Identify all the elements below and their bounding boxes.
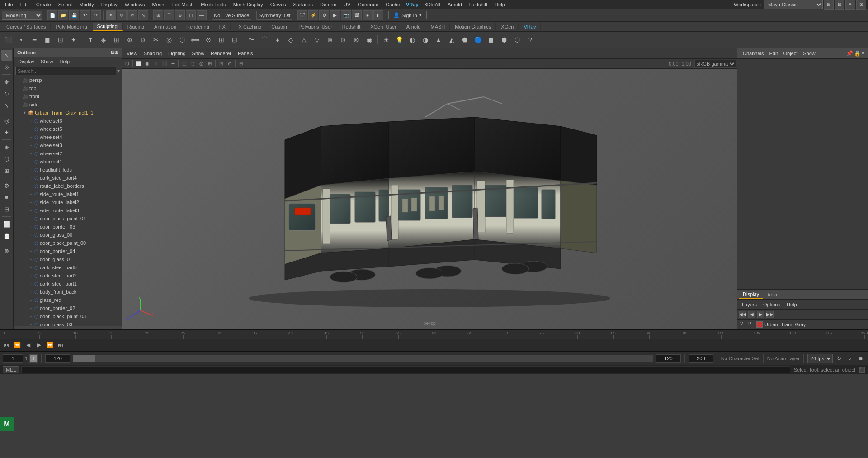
outliner-help-menu[interactable]: Help [57, 58, 73, 65]
light5-btn[interactable]: ▲ [432, 33, 445, 46]
outliner-srl2[interactable]: → ⬡ side_route_label2 [14, 198, 122, 206]
conn-btn[interactable]: ⊟ [1, 204, 12, 215]
range-end-input[interactable] [656, 354, 681, 363]
rp-channels-item[interactable]: Channels [741, 50, 765, 57]
rp-lock-btn[interactable]: 🔒 [854, 50, 861, 57]
mode-select[interactable]: Modeling [2, 11, 42, 20]
tl-step-back-btn[interactable]: ⏪ [13, 341, 22, 349]
deform10-btn[interactable]: ◉ [363, 33, 376, 46]
audio-btn[interactable]: ♪ [845, 354, 854, 363]
tab-curves-surfaces[interactable]: Curves / Surfaces [2, 23, 51, 30]
mel-input[interactable] [21, 366, 790, 373]
rp-help-btn[interactable]: Help [784, 301, 800, 308]
outliner-front[interactable]: 🎥 front [14, 92, 122, 100]
target-weld[interactable]: ◎ [163, 33, 175, 46]
menu-mesh[interactable]: Mesh [149, 1, 167, 8]
boolean-btn[interactable]: ⊘ [202, 33, 215, 46]
menu-uv[interactable]: UV [340, 1, 354, 8]
outliner-wheelset5[interactable]: → ⬡ wheelset5 [14, 125, 122, 133]
vp-ao-btn[interactable]: ◌ [189, 60, 197, 68]
vp-dof-btn[interactable]: ◎ [197, 60, 205, 68]
separate-btn[interactable]: ⊟ [228, 33, 241, 46]
smooth-btn[interactable]: ⬡ [176, 33, 189, 46]
outliner-dbp00[interactable]: → ⬡ door_black_paint_00 [14, 239, 122, 247]
tab-xgen[interactable]: XGen [496, 23, 519, 30]
snap-point[interactable]: ⊕ [175, 10, 185, 20]
tab-redshift[interactable]: Redshift [338, 23, 365, 30]
outliner-dg03[interactable]: → ⬡ door_glass_03 [14, 320, 122, 326]
outliner-persp[interactable]: 🎥 persp [14, 76, 122, 84]
light10-btn[interactable]: ⬢ [498, 33, 510, 46]
light9-btn[interactable]: ◼ [485, 33, 497, 46]
render-region-btn[interactable]: ⬜ [1, 219, 12, 229]
range-start-input[interactable] [45, 354, 70, 363]
workspace-btn1[interactable]: ⊞ [824, 0, 834, 10]
vp-shadow-btn[interactable]: ◫ [180, 60, 188, 68]
outliner-dock-btn[interactable]: ⊟ [111, 50, 114, 55]
rp-layers-btn[interactable]: Layers [739, 301, 760, 308]
menu-create[interactable]: Create [33, 1, 54, 8]
poly-btn[interactable]: ⬡ [1, 153, 12, 164]
connect-btn[interactable]: ⊖ [137, 33, 149, 46]
vp-lighting-menu[interactable]: Lighting [165, 50, 189, 57]
tab-sculpting[interactable]: Sculpting [93, 23, 123, 31]
workspace-select[interactable]: Maya Classic [764, 0, 823, 9]
workspace-btn3[interactable]: ≡ [845, 0, 855, 10]
menu-mesh-display[interactable]: Mesh Display [230, 1, 266, 8]
attr-btn[interactable]: ⚙ [1, 180, 12, 191]
select-tool-btn[interactable]: ↖ [1, 50, 12, 61]
rp-menu-btn[interactable]: ▾ [862, 50, 864, 57]
outliner-float-btn[interactable]: ⊞ [114, 50, 118, 55]
deform2-btn[interactable]: ⌒ [258, 33, 271, 46]
extrude-btn[interactable]: ⬆ [84, 33, 97, 46]
mel-label[interactable]: MEL [3, 366, 19, 373]
outliner-wheelset4[interactable]: → ⬡ wheelset4 [14, 133, 122, 141]
outliner-dsp1[interactable]: → ⬡ dark_steel_part1 [14, 280, 122, 288]
tab-poly-modeling[interactable]: Poly Modeling [51, 23, 92, 30]
signin-button[interactable]: 👤 Sign In ▾ [388, 11, 426, 19]
outliner-wheelset2[interactable]: → ⬡ wheelset2 [14, 149, 122, 157]
outliner-bfb[interactable]: → ⬡ body_front_back [14, 288, 122, 296]
vp-xray-btn[interactable]: ⊙ [226, 60, 234, 68]
light6-btn[interactable]: ◭ [445, 33, 458, 46]
light3-btn[interactable]: ◐ [406, 33, 419, 46]
outliner-list[interactable]: 🎥 persp 🎥 top 🎥 front 🎥 side ▼ 📦 Urban_T… [14, 76, 122, 326]
menu-cache[interactable]: Cache [382, 1, 403, 8]
rp-options-btn[interactable]: Options [760, 301, 783, 308]
snap-edge[interactable]: — [197, 10, 207, 20]
snap-grid[interactable]: ⊞ [153, 10, 163, 20]
cut-btn[interactable]: ✂ [150, 33, 162, 46]
rotate-tool-btn[interactable]: ↻ [1, 88, 12, 99]
layer-prev-btn[interactable]: ◀◀ [739, 311, 746, 318]
vp-grid-btn[interactable]: ⊞ [237, 60, 245, 68]
menu-edit[interactable]: Edit [17, 1, 32, 8]
snap-curve[interactable]: ⌒ [164, 10, 174, 20]
layer-v-btn[interactable]: V [740, 321, 746, 328]
gamma-select[interactable]: sRGB gamma [694, 60, 736, 68]
bevel-btn[interactable]: ◈ [97, 33, 110, 46]
light1-btn[interactable]: ☀ [380, 33, 392, 46]
menu-select[interactable]: Select [55, 1, 75, 8]
vp-shading-menu[interactable]: Shading [141, 50, 165, 57]
outliner-side[interactable]: 🎥 side [14, 100, 122, 109]
menu-windows[interactable]: Windows [122, 1, 148, 8]
layer-p-btn[interactable]: P [748, 321, 755, 328]
multi-btn[interactable]: ✦ [67, 33, 80, 46]
layer-step-prev-btn[interactable]: ◀ [748, 311, 755, 318]
mirror-btn[interactable]: ⟺ [189, 33, 202, 46]
deform7-btn[interactable]: ⊛ [324, 33, 336, 46]
outliner-wheelset3[interactable]: → ⬡ wheelset3 [14, 141, 122, 149]
outliner-show-menu[interactable]: Show [38, 58, 56, 65]
pause-btn[interactable]: ⏸ [373, 10, 383, 20]
render-seq[interactable]: ▶ [330, 10, 340, 20]
tab-rigging[interactable]: Rigging [123, 23, 149, 30]
move-tool-btn[interactable]: ✥ [1, 76, 12, 87]
deform9-btn[interactable]: ⊚ [350, 33, 363, 46]
open-btn[interactable]: 📁 [58, 10, 68, 20]
menu-generate[interactable]: Generate [354, 1, 382, 8]
menu-mesh-tools[interactable]: Mesh Tools [198, 1, 229, 8]
menu-arnold[interactable]: Arnold [444, 1, 465, 8]
frame-indicator-input[interactable] [29, 354, 38, 363]
workspace-btn2[interactable]: ⊟ [835, 0, 844, 10]
vp-smooth-btn[interactable]: ◼ [143, 60, 151, 68]
